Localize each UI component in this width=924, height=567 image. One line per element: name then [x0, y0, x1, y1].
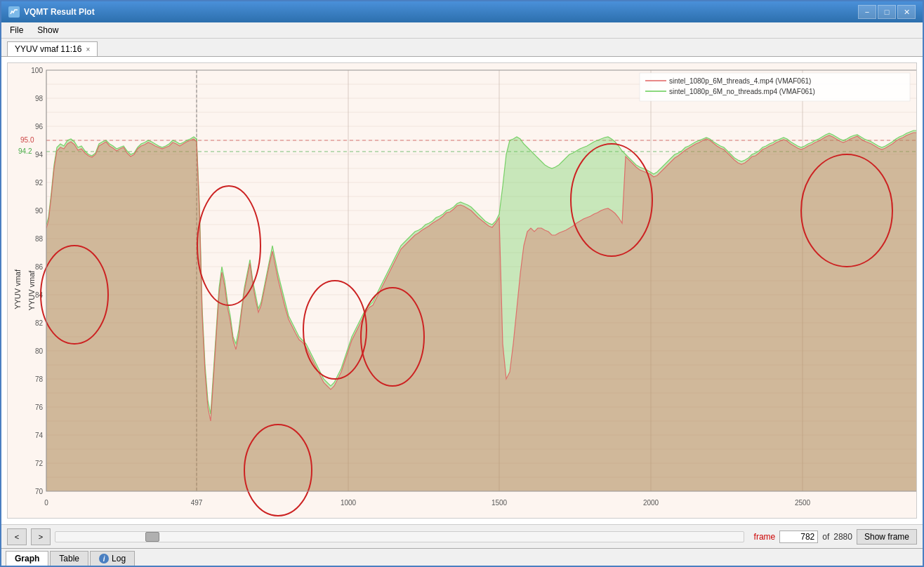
tab-table[interactable]: Table	[50, 551, 88, 566]
info-icon: i	[99, 554, 109, 563]
svg-text:2500: 2500	[795, 499, 811, 507]
svg-text:80: 80	[35, 347, 44, 355]
svg-text:94: 94	[35, 151, 44, 159]
frame-input[interactable]	[779, 531, 818, 543]
tab-table-label: Table	[59, 554, 79, 563]
svg-text:88: 88	[35, 235, 44, 243]
chart-svg: 100 98 96 94 92 90 88 86 84 82 80 78 76 …	[8, 63, 916, 518]
tab-log-label: Log	[112, 554, 126, 563]
maximize-button[interactable]: □	[878, 5, 896, 19]
y-axis-label-text: YYUV vmaf	[27, 271, 36, 311]
title-bar: VQMT Result Plot − □ ✕	[1, 1, 923, 22]
svg-text:70: 70	[35, 488, 44, 495]
svg-text:74: 74	[35, 432, 44, 439]
window-title: VQMT Result Plot	[24, 7, 95, 17]
svg-text:2000: 2000	[643, 499, 659, 507]
menu-bar: File Show	[1, 22, 923, 39]
app-icon	[8, 6, 20, 18]
frame-label: frame	[754, 532, 776, 542]
svg-text:76: 76	[35, 403, 44, 411]
scroll-track[interactable]	[55, 531, 744, 542]
svg-text:sintel_1080p_6M_threads_4.mp4 : sintel_1080p_6M_threads_4.mp4 (VMAF061)	[669, 77, 811, 85]
svg-text:95.0: 95.0	[20, 136, 34, 144]
svg-point-76	[197, 186, 260, 305]
svg-text:94.2: 94.2	[18, 147, 32, 155]
total-frames: 2880	[833, 532, 852, 542]
svg-text:86: 86	[35, 263, 44, 271]
tab-bar: YYUV vmaf 11:16 ×	[1, 39, 923, 57]
svg-text:98: 98	[35, 95, 44, 102]
minimize-button[interactable]: −	[858, 5, 876, 19]
svg-text:96: 96	[35, 123, 44, 131]
svg-text:100: 100	[31, 67, 43, 74]
bottom-tabs: Graph Table i Log	[1, 548, 923, 566]
menu-file[interactable]: File	[4, 24, 29, 36]
tab-graph-label: Graph	[15, 554, 39, 563]
window-controls: − □ ✕	[858, 5, 916, 19]
close-button[interactable]: ✕	[897, 5, 916, 19]
svg-text:92: 92	[35, 179, 44, 187]
svg-text:84: 84	[35, 291, 44, 299]
menu-show[interactable]: Show	[32, 24, 64, 36]
svg-marker-45	[46, 133, 916, 491]
scroll-thumb[interactable]	[145, 532, 159, 542]
of-total-label: of	[822, 532, 829, 542]
svg-text:72: 72	[35, 460, 44, 467]
svg-text:sintel_1080p_6M_no_threads.mp4: sintel_1080p_6M_no_threads.mp4 (VMAF061)	[669, 88, 815, 95]
tab-graph[interactable]: Graph	[6, 551, 48, 566]
tab-label: YYUV vmaf 11:16	[15, 44, 81, 54]
chart-area: YYUV vmaf	[7, 62, 917, 519]
bottom-navigation-bar: < > frame of 2880 Show frame	[1, 524, 923, 548]
tab-close-button[interactable]: ×	[86, 46, 90, 53]
svg-text:78: 78	[35, 375, 44, 383]
svg-text:0: 0	[44, 499, 48, 507]
svg-text:1000: 1000	[341, 499, 357, 507]
show-frame-button[interactable]: Show frame	[857, 529, 917, 545]
next-button[interactable]: >	[31, 528, 51, 545]
tab-log[interactable]: i Log	[90, 551, 135, 566]
svg-text:90: 90	[35, 207, 44, 215]
svg-text:82: 82	[35, 319, 44, 327]
prev-button[interactable]: <	[7, 528, 27, 545]
svg-text:1500: 1500	[491, 499, 508, 507]
svg-text:497: 497	[191, 499, 203, 507]
tab-yyuv-vmaf[interactable]: YYUV vmaf 11:16 ×	[7, 41, 98, 56]
